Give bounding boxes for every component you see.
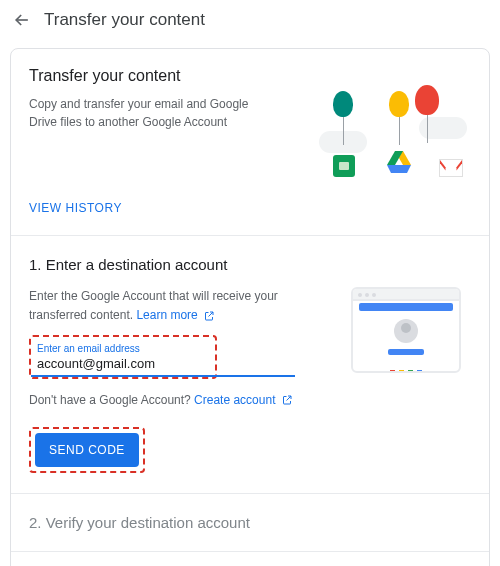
back-arrow-icon[interactable] [12,10,32,30]
email-field-label: Enter an email address [37,343,209,354]
intro-desc: Copy and transfer your email and Google … [29,95,279,131]
gmail-icon [439,159,463,177]
step-1-desc: Enter the Google Account that will recei… [29,287,339,325]
create-account-link[interactable]: Create account [194,393,293,407]
intro-section: Transfer your content Copy and transfer … [11,49,489,177]
view-history-link[interactable]: VIEW HISTORY [11,177,489,235]
page-title: Transfer your content [44,10,205,30]
learn-more-link[interactable]: Learn more [136,308,215,322]
send-code-button[interactable]: SEND CODE [35,433,139,467]
email-field-highlight: Enter an email address [29,335,217,379]
step-2[interactable]: 2. Verify your destination account [11,494,489,551]
classroom-icon [333,155,355,177]
intro-title: Transfer your content [29,67,301,85]
send-code-highlight: SEND CODE [29,427,145,473]
external-link-icon [203,309,215,321]
balloons-illustration [311,67,471,177]
transfer-content-page: Transfer your content Transfer your cont… [0,0,500,566]
svg-marker-2 [387,165,411,173]
account-illustration [351,287,471,387]
step-1-title: 1. Enter a destination account [29,256,471,273]
no-account-text: Don't have a Google Account? Create acco… [29,393,339,407]
page-header: Transfer your content [0,0,500,40]
avatar-icon [394,319,418,343]
input-underline [31,375,295,377]
drive-icon [387,151,411,177]
external-link-icon [281,394,293,406]
step-1: 1. Enter a destination account Enter the… [11,236,489,493]
step-3[interactable]: 3. Select content to copy and transfer [11,552,489,566]
main-card: Transfer your content Copy and transfer … [10,48,490,566]
email-field[interactable] [37,356,209,375]
